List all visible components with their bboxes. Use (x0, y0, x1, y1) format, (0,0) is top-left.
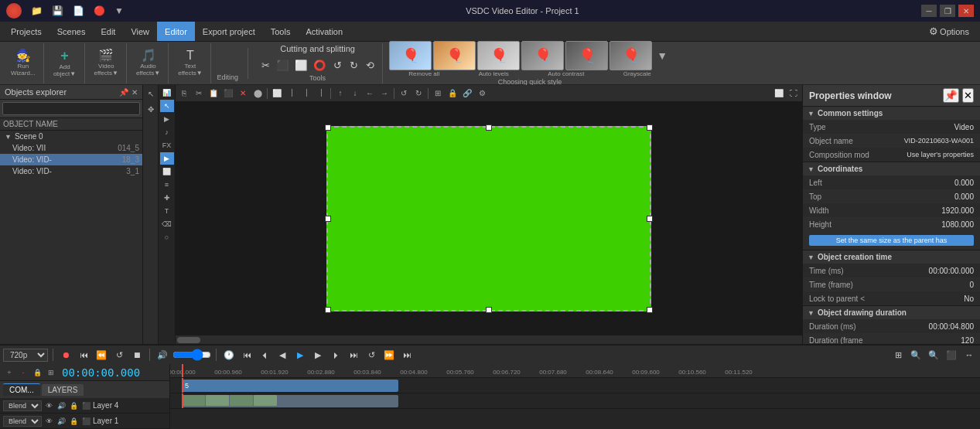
st2-move-up[interactable]: ↑ (333, 87, 347, 100)
st2-flip-btn[interactable]: ↻ (411, 87, 425, 100)
st-run-btn[interactable]: ▶ (160, 113, 174, 125)
run-wizard-button[interactable]: 🧙 Run Wizard... (8, 49, 39, 77)
st-chart-btn[interactable]: 📊 (160, 87, 174, 99)
track-0-vis[interactable]: 👁 (43, 400, 54, 411)
menu-item-tools[interactable]: Tools (263, 22, 299, 41)
drawing-duration-header[interactable]: ▼ Object drawing duration (803, 306, 980, 319)
tc-lock-btn[interactable]: 🔒 (31, 366, 43, 379)
pb-step-back2-btn[interactable]: ⏴ (257, 347, 272, 363)
pb-step-fwd-btn[interactable]: ⏵ (328, 347, 343, 363)
st2-lock-btn[interactable]: 🔒 (446, 87, 459, 100)
menu-item-export[interactable]: Export project (195, 22, 263, 41)
menu-item-view[interactable]: View (123, 22, 157, 41)
handle-mr[interactable] (647, 216, 653, 222)
pb-volume-btn[interactable]: 🔊 (155, 347, 170, 363)
track-0-clip-0[interactable]: 5 (182, 380, 398, 392)
pb-go-end-btn[interactable]: ⏭ (346, 347, 361, 363)
qs-auto-levels[interactable]: 🎈 (433, 41, 476, 70)
titlebar-icon-2[interactable]: 💾 (52, 5, 63, 16)
lt-move-tool[interactable]: ✥ (144, 102, 158, 116)
st2-fullscreen[interactable]: ⛶ (787, 87, 801, 100)
maximize-button[interactable]: ❐ (940, 5, 955, 17)
pb-frame-fwd-btn[interactable]: ⏭ (399, 347, 415, 363)
titlebar-icon-4[interactable]: 🔴 (94, 5, 105, 16)
track-1-audio[interactable]: 🔊 (56, 416, 67, 427)
pb-extra2-btn[interactable]: ↔ (961, 347, 977, 363)
st2-link-btn[interactable]: 🔗 (460, 87, 474, 100)
add-object-button[interactable]: + Add object▼ (50, 49, 80, 77)
pb-snap-btn[interactable]: ⊞ (890, 347, 906, 363)
menu-item-scenes[interactable]: Scenes (50, 22, 94, 41)
creation-time-header[interactable]: ▼ Object creation time (803, 250, 980, 264)
pb-loop2-btn[interactable]: ↺ (364, 347, 379, 363)
st2-grid-btn[interactable]: ⊞ (431, 87, 445, 100)
cut-tool-6[interactable]: ↻ (346, 56, 361, 73)
st2-frame-btn[interactable]: ⬜ (270, 87, 284, 100)
handle-br[interactable] (647, 307, 653, 313)
titlebar-icon-3[interactable]: 📄 (73, 5, 84, 16)
minimize-button[interactable]: ─ (921, 5, 937, 17)
video-effects-button[interactable]: 🎬 Video effects▼ (91, 49, 121, 77)
pb-zoom-out-btn[interactable]: 🔍 (926, 347, 941, 363)
pb-zoom-in-btn[interactable]: 🔍 (908, 347, 924, 363)
qs-auto-contrast[interactable]: 🎈 (477, 41, 520, 70)
qs-grayscale-1[interactable]: 🎈 (521, 41, 564, 70)
scrollbar-thumb-h[interactable] (177, 337, 200, 343)
tc-remove-btn[interactable]: - (17, 366, 29, 379)
search-input[interactable] (2, 102, 140, 115)
track-1-vis[interactable]: 👁 (43, 416, 54, 427)
pb-time-btn[interactable]: 🕐 (221, 347, 237, 363)
object-item-2[interactable]: Video: VID- 3_1 (0, 165, 142, 177)
handle-tl[interactable] (325, 124, 331, 131)
st2-settings-btn[interactable]: ⚙ (475, 87, 489, 100)
cut-tool-7[interactable]: ⟲ (362, 56, 377, 73)
st2-move-left[interactable]: ← (363, 87, 377, 100)
tc-add-btn[interactable]: + (3, 366, 15, 379)
menu-item-editor[interactable]: Editor (157, 22, 195, 41)
pb-record-btn[interactable]: ⏺ (58, 347, 73, 363)
props-close-button[interactable]: ✕ (962, 88, 974, 103)
st2-copy-btn[interactable]: ⎘ (177, 87, 191, 100)
pb-step-fwd2-btn[interactable]: ⏩ (381, 347, 397, 363)
st-bars-btn[interactable]: ≡ (160, 179, 174, 191)
object-item-0[interactable]: Video: VII 014_5 (0, 142, 142, 154)
track-0-icon[interactable]: ⬛ (80, 400, 91, 411)
st2-rect-btn[interactable]: ⬛ (221, 87, 235, 100)
st2-align2-btn[interactable]: ⏐ (299, 87, 313, 100)
titlebar-icon-1[interactable]: 📁 (31, 5, 43, 16)
pb-loop-btn[interactable]: ↺ (111, 347, 127, 363)
qs-grayscale-3[interactable]: 🎈 (610, 41, 652, 70)
st-circle-btn[interactable]: ○ (160, 231, 174, 243)
text-effects-button[interactable]: T Text effects▼ (175, 49, 205, 77)
handle-tc[interactable] (486, 124, 492, 131)
tab-layers[interactable]: LAYERS (42, 384, 84, 396)
track-1-lock[interactable]: 🔒 (68, 416, 79, 427)
st-shapes-btn[interactable]: ⬜ (160, 165, 174, 178)
handle-bc[interactable] (486, 307, 492, 313)
menu-item-edit[interactable]: Edit (93, 22, 123, 41)
props-pin-button[interactable]: 📌 (943, 88, 959, 103)
handle-bl[interactable] (325, 307, 331, 313)
tab-com[interactable]: COM... (3, 383, 40, 396)
pb-extra-btn[interactable]: ⬛ (944, 347, 959, 363)
volume-slider[interactable] (172, 351, 211, 359)
st-fx-btn[interactable]: FX (160, 139, 174, 152)
cut-tool-4[interactable]: ⭕ (311, 56, 329, 73)
st2-move-right[interactable]: → (377, 87, 391, 100)
st-text-btn[interactable]: T (160, 205, 174, 217)
pb-step-back-btn[interactable]: ⏪ (94, 347, 109, 363)
pb-play-btn[interactable]: ▶ (292, 347, 308, 363)
st2-paste-btn[interactable]: 📋 (207, 87, 220, 100)
track-0-lock[interactable]: 🔒 (68, 400, 79, 411)
qs-grayscale-2[interactable]: 🎈 (565, 41, 608, 70)
st-arrow-btn[interactable]: ↖ (160, 100, 174, 112)
pb-fwd-frame-btn[interactable]: ▶ (310, 347, 326, 363)
handle-tr[interactable] (647, 124, 653, 131)
coordinates-header[interactable]: ▼ Coordinates (803, 162, 980, 175)
same-size-button[interactable]: Set the same size as the parent has (809, 235, 974, 246)
resolution-select[interactable]: 720p 1080p 480p (3, 349, 48, 362)
close-button[interactable]: ✕ (958, 5, 974, 17)
pb-prev-frame-btn[interactable]: ⏮ (76, 347, 91, 363)
st2-circle-btn[interactable]: ⬤ (251, 87, 265, 100)
titlebar-icon-5[interactable]: ▼ (114, 5, 124, 16)
